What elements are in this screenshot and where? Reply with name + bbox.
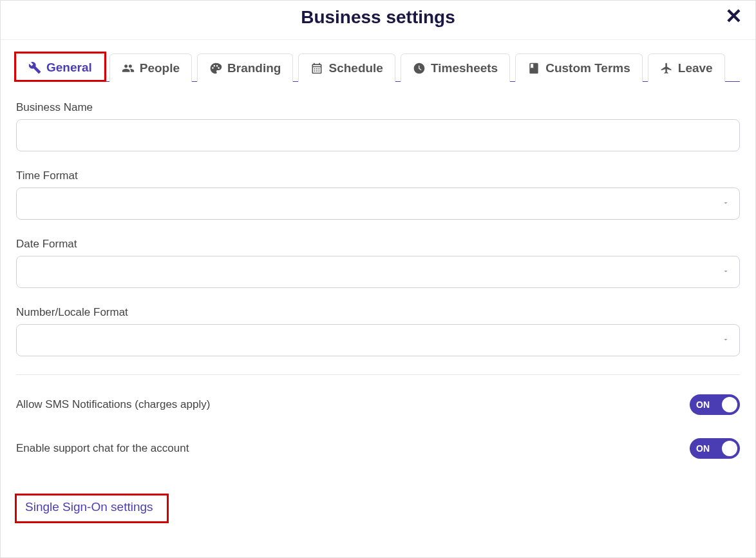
time-format-label: Time Format (16, 169, 740, 182)
tabs-container: General People Branding Schedule (16, 53, 740, 82)
tab-leave[interactable]: Leave (648, 53, 725, 82)
tab-people[interactable]: People (109, 53, 192, 82)
tab-schedule[interactable]: Schedule (298, 53, 395, 82)
people-icon (122, 62, 135, 75)
support-chat-toggle[interactable]: ON (690, 438, 740, 459)
calendar-icon (310, 62, 323, 75)
sms-toggle-label: Allow SMS Notifications (charges apply) (16, 398, 210, 411)
close-icon: ✕ (725, 5, 742, 28)
modal-body: General People Branding Schedule (1, 40, 755, 557)
tab-timesheets[interactable]: Timesheets (401, 53, 510, 82)
support-chat-toggle-label: Enable support chat for the account (16, 442, 189, 455)
date-format-select[interactable] (16, 256, 740, 288)
tab-label: Timesheets (431, 61, 498, 75)
tab-label: Schedule (328, 61, 383, 75)
time-format-field-group: Time Format (16, 169, 740, 220)
tab-custom-terms[interactable]: Custom Terms (515, 53, 643, 82)
plane-icon (660, 62, 673, 75)
date-format-field-group: Date Format (16, 238, 740, 288)
tab-label: People (140, 61, 180, 75)
business-settings-modal: Business settings ✕ General People (0, 0, 756, 558)
toggle-knob (722, 441, 737, 456)
modal-title: Business settings (301, 7, 455, 28)
sms-toggle[interactable]: ON (690, 394, 740, 415)
locale-format-label: Number/Locale Format (16, 306, 740, 319)
tab-label: Custom Terms (545, 61, 630, 75)
book-icon (527, 62, 540, 75)
date-format-label: Date Format (16, 238, 740, 251)
sms-toggle-row: Allow SMS Notifications (charges apply) … (16, 394, 740, 415)
business-name-input[interactable] (16, 119, 740, 151)
time-format-select[interactable] (16, 188, 740, 220)
tab-label: General (46, 61, 92, 75)
close-button[interactable]: ✕ (725, 6, 742, 26)
tools-icon (28, 61, 41, 74)
business-name-field-group: Business Name (16, 101, 740, 151)
tab-general[interactable]: General (16, 53, 104, 82)
image-icon (209, 62, 222, 75)
clock-icon (413, 62, 426, 75)
tab-label: Branding (227, 61, 281, 75)
sso-link-container: Single Sign-On settings (16, 495, 162, 519)
support-chat-toggle-row: Enable support chat for the account ON (16, 438, 740, 459)
toggle-state-text: ON (696, 443, 710, 454)
sso-settings-link[interactable]: Single Sign-On settings (16, 495, 162, 519)
toggle-knob (722, 397, 737, 412)
business-name-label: Business Name (16, 101, 740, 114)
section-divider (16, 374, 740, 375)
tab-label: Leave (678, 61, 713, 75)
toggle-state-text: ON (696, 399, 710, 410)
locale-format-select[interactable] (16, 324, 740, 356)
tab-branding[interactable]: Branding (197, 53, 293, 82)
locale-format-field-group: Number/Locale Format (16, 306, 740, 356)
modal-header: Business settings ✕ (1, 1, 755, 40)
